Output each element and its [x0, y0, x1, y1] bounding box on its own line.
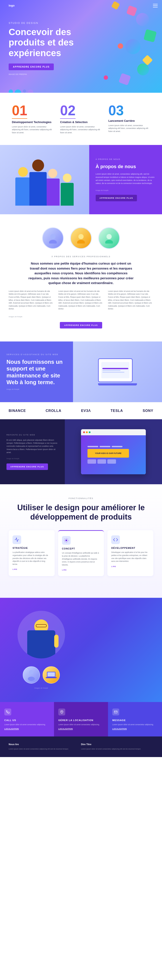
- services-col-3: Lorem ipsum dolor sit amet est les humai…: [108, 290, 153, 310]
- about-section: À PROPOS DE NOUS À propos de nous Lorem …: [0, 145, 162, 214]
- services-avatars: [9, 227, 153, 249]
- numbers-section: 01 Développement Technologies Lorem ipsu…: [0, 93, 162, 145]
- svg-rect-11: [46, 677, 57, 678]
- about-image-label: Image de freepik: [96, 189, 156, 191]
- hero-cta-button[interactable]: APPRENDRE ENCORE PLUS: [9, 64, 54, 70]
- browser-tags: [88, 459, 139, 464]
- refonte-section: Refonte du site Web Et orci nibh aliqua,…: [0, 419, 162, 484]
- footer-text-2: Lorem ipsum dolor sit amet consectetur a…: [81, 748, 149, 751]
- svg-point-3: [77, 240, 85, 243]
- brands-section: BINANCE CROLLA EV3Λ TESLA SONY: [0, 402, 162, 419]
- hero-shapes: [80, 0, 162, 93]
- contact-card-call: CALL US Lorem ipsum dolor sit amet conse…: [0, 702, 54, 737]
- designer-main-circle: [17, 611, 65, 659]
- number-desc-2: Lorem ipsum dolor sit amet, consectetur …: [60, 126, 102, 134]
- fonct-card-concept: CONCEPT Un concept d'intelligence artifi…: [58, 530, 104, 576]
- card-dev-link[interactable]: Lire: [111, 565, 149, 568]
- contact-text-message: Lorem ipsum dolor sit amet consectetur a…: [112, 723, 158, 726]
- small-circle-1-content: [23, 667, 39, 683]
- wa-label: SERVICES D'ASSISTANCE DU SITE WEB: [6, 353, 66, 356]
- browser-hero-block: YOUR KIDS IS OUR FUTURE: [88, 449, 129, 458]
- wa-image-label: Image de freepik: [6, 388, 66, 390]
- services-cta-button[interactable]: APPRENDRE ENCORE PLUS: [60, 322, 102, 328]
- footer-title-1: Nous lire: [9, 743, 77, 746]
- svg-point-8: [28, 677, 35, 681]
- fonct-title: Utiliser le design pour améliorer le dév…: [9, 503, 153, 522]
- web-assistance-left: SERVICES D'ASSISTANCE DU SITE WEB Nous f…: [0, 342, 73, 402]
- contact-text-call: Lorem ipsum dolor sit amet consectetur a…: [4, 723, 50, 726]
- services-columns: Lorem ipsum dolor sit amet est les humai…: [9, 290, 153, 310]
- contact-link-call[interactable]: LOCALISATION: [4, 728, 50, 730]
- number-item-2: 02 Création & Sélection Lorem ipsum dolo…: [57, 103, 105, 134]
- message-icon: [112, 708, 119, 716]
- wa-title: Nous fournissons un support et une maint…: [6, 359, 66, 386]
- number-item-3: 03 Lancement Carrière Lorem ipsum dolor …: [105, 103, 153, 134]
- contact-link-message[interactable]: LOCALISATION: [112, 728, 158, 730]
- hero-image-label: IMAGE DE FREEPIK: [9, 73, 82, 75]
- card-strategy-title: STRATÉGIE: [13, 547, 51, 549]
- small-circle-1: [23, 666, 40, 684]
- designer-image-area: Images de freepik: [9, 611, 74, 689]
- refonte-cta-button[interactable]: APPRENDRE ENCORE PLUS: [6, 463, 48, 470]
- contact-title-message: MESSAGE: [112, 719, 158, 722]
- browser-mockup: YOUR KIDS IS OUR FUTURE: [81, 429, 146, 474]
- small-circle-2: [42, 666, 60, 684]
- brand-crolla: CROLLA: [46, 409, 61, 413]
- browser-dot-close: [83, 431, 85, 433]
- svg-point-12: [61, 711, 62, 712]
- svg-point-4: [107, 234, 112, 239]
- refonte-text: Et orci nibh aliqua, quis placerat vulpu…: [6, 439, 58, 454]
- card-concept-title: CONCEPT: [62, 547, 100, 550]
- avatar-icon-2: [71, 228, 91, 248]
- services-col-text-3: Lorem ipsum dolor sit amet est les humai…: [108, 290, 153, 310]
- footer: Nous lire Lorem ipsum dolor sit amet con…: [0, 737, 162, 757]
- web-assistance-section: SERVICES D'ASSISTANCE DU SITE WEB Nous f…: [0, 342, 162, 402]
- number-desc-3: Lorem ipsum dolor sit amet, consectetur …: [109, 124, 150, 133]
- number-desc-1: Lorem ipsum dolor sit amet, consectetur …: [12, 126, 53, 134]
- fonctionnalites-section: FONCTIONNALITÉS Utiliser le design pour …: [0, 484, 162, 598]
- designer-person-figure: [20, 615, 63, 659]
- avatar-3: [98, 227, 120, 249]
- refonte-label: Refonte du site Web: [6, 434, 58, 436]
- services-image-label: Images de freepik: [9, 316, 153, 318]
- card-strategy-link[interactable]: Lire: [13, 568, 51, 570]
- brand-tesla: TESLA: [110, 409, 123, 413]
- designer-image-label: Images de freepik: [35, 687, 48, 689]
- designer-inner: Images de freepik: [9, 611, 153, 689]
- footer-col-1: Nous lire Lorem ipsum dolor sit amet con…: [9, 743, 81, 751]
- svg-rect-10: [47, 672, 55, 676]
- browser-dot-minimize: [86, 431, 88, 433]
- svg-point-0: [50, 234, 55, 239]
- browser-bar: [81, 429, 146, 435]
- contact-text-location: Lorem ipsum dolor sit amet consectetur a…: [58, 723, 104, 726]
- services-label: À PROPOS DES SERVICES PROFESSIONNELS: [9, 255, 153, 258]
- avatar-icon-1: [43, 228, 63, 248]
- strategy-icon: [13, 535, 21, 544]
- brand-ev3a: EV3Λ: [81, 409, 91, 413]
- designer-body: [27, 630, 55, 659]
- svg-point-7: [29, 670, 33, 674]
- about-text: Lorem ipsum dolor sit amet, consectetur …: [96, 172, 156, 185]
- number-title-3: Lancement Carrière: [109, 119, 150, 123]
- about-title: À propos de nous: [96, 164, 156, 169]
- menu-icon[interactable]: [153, 4, 158, 7]
- contact-link-location[interactable]: LOCALISATION: [58, 728, 104, 730]
- about-cta-button[interactable]: APPRENDRE ENCORE PLUS: [96, 195, 137, 201]
- number-title-1: Développement Technologies: [12, 121, 53, 124]
- small-circle-2-content: [43, 667, 60, 683]
- browser-content: YOUR KIDS IS OUR FUTURE: [85, 444, 142, 466]
- location-icon: [58, 708, 65, 716]
- dev-icon: [111, 535, 120, 544]
- card-concept-link[interactable]: Lire: [62, 569, 100, 571]
- avatar-1: [42, 227, 64, 249]
- designer-small-circles: [23, 666, 60, 684]
- card-strategy-text: La planification stratégique aidera votr…: [13, 551, 51, 566]
- fonct-card-dev: DÉVELOPPEMENT Développer une application…: [107, 530, 153, 576]
- concept-icon: [62, 536, 71, 545]
- number-item-1: 01 Développement Technologies Lorem ipsu…: [9, 103, 57, 134]
- svg-point-2: [79, 234, 83, 239]
- designer-arm: [54, 635, 58, 648]
- fonct-card-strategy: STRATÉGIE La planification stratégique a…: [9, 530, 55, 576]
- card-concept-text: Un concept d'intelligence artificielle q…: [62, 552, 100, 566]
- browser-nav-dots: [88, 446, 139, 447]
